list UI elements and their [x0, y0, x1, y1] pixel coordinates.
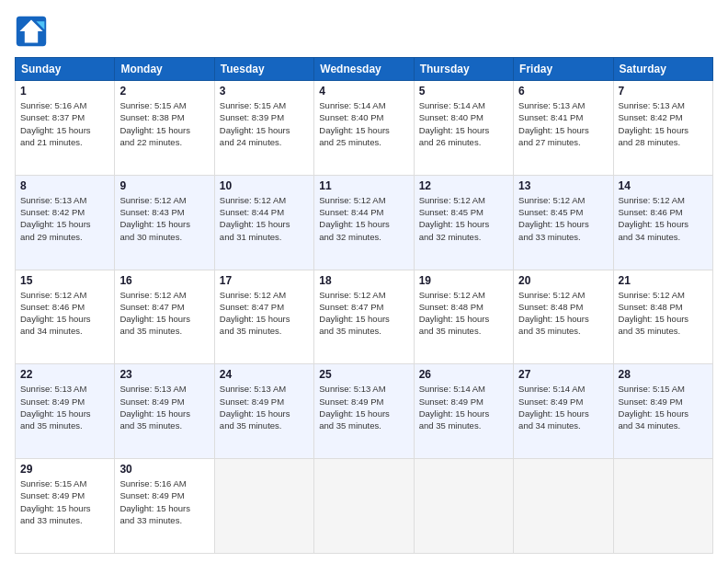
day-number: 29 — [20, 463, 109, 476]
calendar-cell: 22Sunrise: 5:13 AM Sunset: 8:49 PM Dayli… — [16, 364, 115, 459]
calendar-cell: 3Sunrise: 5:15 AM Sunset: 8:39 PM Daylig… — [214, 81, 313, 176]
day-number: 27 — [518, 368, 608, 381]
calendar-cell: 10Sunrise: 5:12 AM Sunset: 8:44 PM Dayli… — [214, 175, 313, 270]
weekday-header-sunday: Sunday — [16, 58, 115, 81]
header — [15, 15, 713, 48]
calendar-cell — [314, 459, 414, 554]
day-number: 5 — [419, 85, 508, 98]
calendar-cell: 21Sunrise: 5:12 AM Sunset: 8:48 PM Dayli… — [613, 270, 712, 364]
calendar-cell: 11Sunrise: 5:12 AM Sunset: 8:44 PM Dayli… — [314, 175, 414, 270]
calendar-cell: 1Sunrise: 5:16 AM Sunset: 8:37 PM Daylig… — [16, 81, 115, 176]
day-info: Sunrise: 5:13 AM Sunset: 8:49 PM Dayligh… — [220, 383, 309, 431]
day-number: 25 — [319, 368, 408, 381]
weekday-header-thursday: Thursday — [414, 58, 513, 81]
day-number: 28 — [619, 368, 708, 381]
day-number: 23 — [119, 368, 209, 381]
logo-icon — [15, 15, 48, 48]
calendar-cell: 30Sunrise: 5:16 AM Sunset: 8:49 PM Dayli… — [115, 459, 214, 554]
weekday-header-row: SundayMondayTuesdayWednesdayThursdayFrid… — [16, 58, 713, 81]
day-info: Sunrise: 5:13 AM Sunset: 8:49 PM Dayligh… — [119, 383, 209, 431]
day-number: 13 — [518, 179, 608, 192]
day-number: 18 — [319, 274, 408, 287]
day-info: Sunrise: 5:12 AM Sunset: 8:47 PM Dayligh… — [319, 289, 408, 338]
day-info: Sunrise: 5:12 AM Sunset: 8:46 PM Dayligh… — [20, 289, 109, 338]
day-info: Sunrise: 5:13 AM Sunset: 8:42 PM Dayligh… — [619, 99, 708, 148]
calendar-cell: 14Sunrise: 5:12 AM Sunset: 8:46 PM Dayli… — [613, 175, 712, 270]
day-number: 4 — [319, 85, 408, 98]
calendar-cell: 6Sunrise: 5:13 AM Sunset: 8:41 PM Daylig… — [514, 81, 613, 176]
day-info: Sunrise: 5:12 AM Sunset: 8:44 PM Dayligh… — [220, 194, 309, 243]
day-info: Sunrise: 5:12 AM Sunset: 8:47 PM Dayligh… — [220, 289, 309, 338]
day-number: 3 — [220, 85, 309, 98]
day-info: Sunrise: 5:12 AM Sunset: 8:44 PM Dayligh… — [319, 194, 408, 243]
day-number: 6 — [518, 85, 608, 98]
calendar-week-row: 29Sunrise: 5:15 AM Sunset: 8:49 PM Dayli… — [16, 459, 713, 554]
day-info: Sunrise: 5:13 AM Sunset: 8:49 PM Dayligh… — [319, 383, 408, 431]
day-info: Sunrise: 5:15 AM Sunset: 8:39 PM Dayligh… — [220, 99, 309, 148]
calendar-cell: 8Sunrise: 5:13 AM Sunset: 8:42 PM Daylig… — [16, 175, 115, 270]
calendar-cell — [613, 459, 712, 554]
day-info: Sunrise: 5:14 AM Sunset: 8:40 PM Dayligh… — [319, 99, 408, 148]
calendar-cell: 12Sunrise: 5:12 AM Sunset: 8:45 PM Dayli… — [414, 175, 513, 270]
calendar-cell: 16Sunrise: 5:12 AM Sunset: 8:47 PM Dayli… — [115, 270, 214, 364]
day-info: Sunrise: 5:12 AM Sunset: 8:48 PM Dayligh… — [419, 289, 508, 338]
day-info: Sunrise: 5:12 AM Sunset: 8:48 PM Dayligh… — [619, 289, 708, 338]
calendar-cell: 19Sunrise: 5:12 AM Sunset: 8:48 PM Dayli… — [414, 270, 513, 364]
day-info: Sunrise: 5:12 AM Sunset: 8:43 PM Dayligh… — [119, 194, 209, 243]
day-number: 15 — [20, 274, 109, 287]
day-number: 14 — [619, 179, 708, 192]
day-info: Sunrise: 5:13 AM Sunset: 8:41 PM Dayligh… — [518, 99, 608, 148]
day-number: 7 — [619, 85, 708, 98]
calendar-cell: 29Sunrise: 5:15 AM Sunset: 8:49 PM Dayli… — [16, 459, 115, 554]
day-number: 9 — [119, 179, 209, 192]
day-number: 30 — [119, 463, 209, 476]
day-info: Sunrise: 5:12 AM Sunset: 8:48 PM Dayligh… — [518, 289, 608, 338]
day-number: 17 — [220, 274, 309, 287]
day-number: 24 — [220, 368, 309, 381]
day-number: 1 — [20, 85, 109, 98]
calendar-week-row: 15Sunrise: 5:12 AM Sunset: 8:46 PM Dayli… — [16, 270, 713, 364]
calendar-cell: 13Sunrise: 5:12 AM Sunset: 8:45 PM Dayli… — [514, 175, 613, 270]
calendar-cell: 2Sunrise: 5:15 AM Sunset: 8:38 PM Daylig… — [115, 81, 214, 176]
day-info: Sunrise: 5:16 AM Sunset: 8:37 PM Dayligh… — [20, 99, 109, 148]
day-number: 10 — [220, 179, 309, 192]
day-number: 11 — [319, 179, 408, 192]
calendar-cell: 18Sunrise: 5:12 AM Sunset: 8:47 PM Dayli… — [314, 270, 414, 364]
calendar-cell: 4Sunrise: 5:14 AM Sunset: 8:40 PM Daylig… — [314, 81, 414, 176]
calendar-cell: 24Sunrise: 5:13 AM Sunset: 8:49 PM Dayli… — [214, 364, 313, 459]
day-number: 8 — [20, 179, 109, 192]
weekday-header-monday: Monday — [115, 58, 214, 81]
day-info: Sunrise: 5:14 AM Sunset: 8:49 PM Dayligh… — [518, 383, 608, 431]
calendar-cell: 27Sunrise: 5:14 AM Sunset: 8:49 PM Dayli… — [514, 364, 613, 459]
calendar-week-row: 22Sunrise: 5:13 AM Sunset: 8:49 PM Dayli… — [16, 364, 713, 459]
calendar-week-row: 8Sunrise: 5:13 AM Sunset: 8:42 PM Daylig… — [16, 175, 713, 270]
calendar-cell — [214, 459, 313, 554]
day-info: Sunrise: 5:12 AM Sunset: 8:46 PM Dayligh… — [619, 194, 708, 243]
weekday-header-wednesday: Wednesday — [314, 58, 414, 81]
calendar-week-row: 1Sunrise: 5:16 AM Sunset: 8:37 PM Daylig… — [16, 81, 713, 176]
day-number: 21 — [619, 274, 708, 287]
day-info: Sunrise: 5:15 AM Sunset: 8:49 PM Dayligh… — [20, 477, 109, 526]
calendar-cell — [514, 459, 613, 554]
day-info: Sunrise: 5:15 AM Sunset: 8:49 PM Dayligh… — [619, 383, 708, 431]
calendar-cell: 5Sunrise: 5:14 AM Sunset: 8:40 PM Daylig… — [414, 81, 513, 176]
day-info: Sunrise: 5:13 AM Sunset: 8:49 PM Dayligh… — [20, 383, 109, 431]
day-info: Sunrise: 5:12 AM Sunset: 8:45 PM Dayligh… — [419, 194, 508, 243]
day-number: 16 — [119, 274, 209, 287]
day-number: 20 — [518, 274, 608, 287]
day-info: Sunrise: 5:14 AM Sunset: 8:49 PM Dayligh… — [419, 383, 508, 431]
weekday-header-tuesday: Tuesday — [214, 58, 313, 81]
weekday-header-friday: Friday — [514, 58, 613, 81]
day-number: 22 — [20, 368, 109, 381]
calendar-cell: 25Sunrise: 5:13 AM Sunset: 8:49 PM Dayli… — [314, 364, 414, 459]
day-info: Sunrise: 5:12 AM Sunset: 8:45 PM Dayligh… — [518, 194, 608, 243]
day-number: 19 — [419, 274, 508, 287]
calendar-cell — [414, 459, 513, 554]
calendar-cell: 15Sunrise: 5:12 AM Sunset: 8:46 PM Dayli… — [16, 270, 115, 364]
day-number: 2 — [119, 85, 209, 98]
day-info: Sunrise: 5:14 AM Sunset: 8:40 PM Dayligh… — [419, 99, 508, 148]
day-number: 26 — [419, 368, 508, 381]
calendar-cell: 17Sunrise: 5:12 AM Sunset: 8:47 PM Dayli… — [214, 270, 313, 364]
day-info: Sunrise: 5:12 AM Sunset: 8:47 PM Dayligh… — [119, 289, 209, 338]
page: SundayMondayTuesdayWednesdayThursdayFrid… — [0, 0, 728, 563]
